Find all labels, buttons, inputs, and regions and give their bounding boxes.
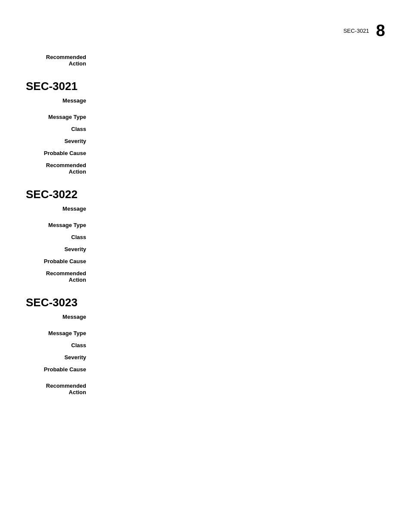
header-code: SEC-3021 <box>343 28 369 34</box>
entry-sec-3023-title: SEC-3023 <box>26 296 385 309</box>
main-content: Recommended Action SEC-3021MessageMessag… <box>0 0 411 395</box>
entry-sec-3021-message-type-row: Message Type <box>26 114 385 123</box>
entry-sec-3021-class-label: Class <box>26 126 86 132</box>
entry-sec-3023-message-type-row: Message Type <box>26 330 385 339</box>
entry-sec-3023-severity-label: Severity <box>26 354 86 361</box>
entry-sec-3023-severity-row: Severity <box>26 354 385 364</box>
entry-sec-3023-recommended-action-row: Recommended Action <box>26 383 385 395</box>
entry-sec-3023-probable-cause-label: Probable Cause <box>26 366 86 373</box>
entry-sec-3021-recommended-action-label: Recommended Action <box>26 162 86 175</box>
entry-sec-3021-recommended-action-row: Recommended Action <box>26 162 385 175</box>
entry-sec-3023-class-row: Class <box>26 342 385 352</box>
entry-sec-3022-message-label: Message <box>26 205 86 212</box>
entry-sec-3021-title: SEC-3021 <box>26 80 385 93</box>
entry-sec-3023-recommended-action-label: Recommended Action <box>26 383 86 395</box>
entry-sec-3022-recommended-action-row: Recommended Action <box>26 270 385 283</box>
entry-sec-3023-probable-cause-row: Probable Cause <box>26 366 385 376</box>
entry-sec-3021-message-label: Message <box>26 97 86 104</box>
entry-sec-3021-message-type-label: Message Type <box>26 114 86 120</box>
top-recommended-action: Recommended Action <box>26 54 385 67</box>
entry-sec-3022: SEC-3022MessageMessage TypeClassSeverity… <box>26 188 385 283</box>
entry-sec-3021-probable-cause-row: Probable Cause <box>26 150 385 159</box>
entry-sec-3021-severity-row: Severity <box>26 138 385 147</box>
entry-sec-3021: SEC-3021MessageMessage TypeClassSeverity… <box>26 80 385 175</box>
entry-sec-3021-message-row: Message <box>26 97 385 107</box>
top-rec-action-label: Recommended Action <box>26 54 86 67</box>
entries-container: SEC-3021MessageMessage TypeClassSeverity… <box>26 80 385 395</box>
entry-sec-3022-title: SEC-3022 <box>26 188 385 201</box>
entry-sec-3022-probable-cause-label: Probable Cause <box>26 258 86 264</box>
entry-sec-3022-recommended-action-label: Recommended Action <box>26 270 86 283</box>
top-rec-action-row: Recommended Action <box>26 54 385 67</box>
entry-sec-3022-class-label: Class <box>26 234 86 240</box>
entry-sec-3022-severity-row: Severity <box>26 246 385 255</box>
entry-sec-3023-class-label: Class <box>26 342 86 348</box>
entry-sec-3021-probable-cause-label: Probable Cause <box>26 150 86 156</box>
entry-sec-3023-message-label: Message <box>26 314 86 320</box>
entry-sec-3022-probable-cause-row: Probable Cause <box>26 258 385 268</box>
entry-sec-3022-message-type-label: Message Type <box>26 222 86 228</box>
header-page-number: 8 <box>376 22 385 39</box>
entry-sec-3022-message-type-row: Message Type <box>26 222 385 231</box>
page-header: SEC-3021 8 <box>343 22 385 39</box>
entry-sec-3022-class-row: Class <box>26 234 385 243</box>
entry-sec-3021-severity-label: Severity <box>26 138 86 144</box>
entry-sec-3022-message-row: Message <box>26 205 385 215</box>
entry-sec-3022-severity-label: Severity <box>26 246 86 252</box>
entry-sec-3023-message-row: Message <box>26 314 385 323</box>
entry-sec-3023-message-type-label: Message Type <box>26 330 86 336</box>
entry-sec-3021-class-row: Class <box>26 126 385 135</box>
entry-sec-3023: SEC-3023MessageMessage TypeClassSeverity… <box>26 296 385 395</box>
